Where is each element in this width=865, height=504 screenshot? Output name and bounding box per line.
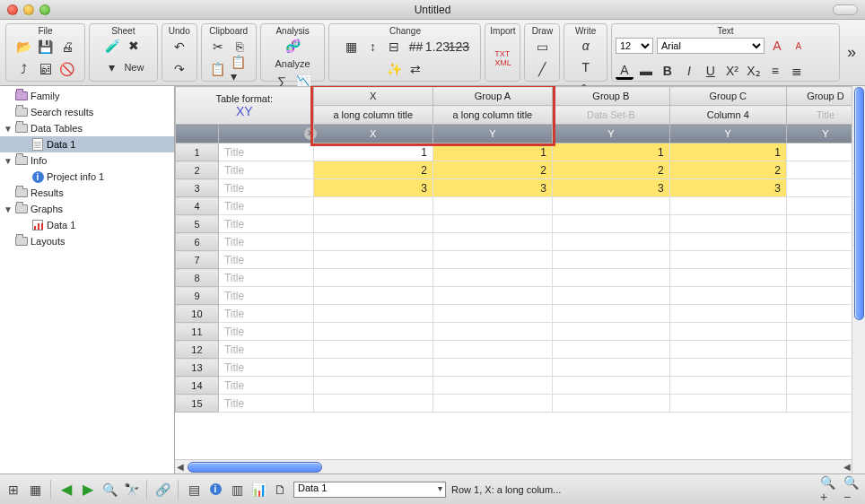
font-bigger-icon[interactable]: A xyxy=(768,37,786,55)
column-group-header[interactable]: Group C xyxy=(669,87,786,106)
subscript-icon[interactable]: X₂ xyxy=(745,62,763,80)
data-cell[interactable] xyxy=(313,287,432,305)
prohibit-icon[interactable]: 🚫 xyxy=(58,60,76,78)
data-cell[interactable] xyxy=(313,395,432,413)
data-cell[interactable] xyxy=(313,359,432,377)
navigator-sidebar[interactable]: FamilySearch results▼Data TablesData 1▼I… xyxy=(0,86,175,474)
data-cell[interactable] xyxy=(553,233,670,251)
scroll-left2-icon[interactable]: ◀ xyxy=(843,462,851,472)
underline-icon[interactable]: U xyxy=(702,62,720,80)
data-cell[interactable] xyxy=(313,323,432,341)
data-cell[interactable] xyxy=(432,377,552,395)
column-group-header[interactable]: Group B xyxy=(553,87,670,106)
sidebar-item-layouts[interactable]: Layouts xyxy=(0,233,174,249)
column-title-header[interactable]: Data Set-B xyxy=(553,106,670,125)
hash-icon[interactable]: ## xyxy=(406,38,424,56)
draw-line-icon[interactable]: ╱ xyxy=(533,60,551,78)
data-cell[interactable] xyxy=(669,395,786,413)
fill-color-icon[interactable]: ▬ xyxy=(637,62,655,80)
row-title-cell[interactable]: Title xyxy=(218,161,313,179)
data-cell[interactable] xyxy=(669,305,786,323)
data-cell[interactable] xyxy=(669,197,786,215)
results-icon[interactable]: ▥ xyxy=(229,482,245,498)
nav-next-icon[interactable]: ▶ xyxy=(80,482,96,498)
sidebar-item-data-tables[interactable]: ▼Data Tables xyxy=(0,120,174,136)
alpha-icon[interactable]: α xyxy=(577,37,595,55)
print-icon[interactable]: 🖨 xyxy=(58,38,76,56)
undo-icon[interactable]: ↶ xyxy=(170,38,188,56)
data-cell[interactable]: 2 xyxy=(553,161,670,179)
data-cell[interactable] xyxy=(432,323,552,341)
row-number[interactable]: 11 xyxy=(176,323,219,341)
data-cell[interactable] xyxy=(553,287,670,305)
link-icon[interactable]: 🔗 xyxy=(154,482,170,498)
export-icon[interactable]: ⤴ xyxy=(15,60,33,78)
data-cell[interactable] xyxy=(553,323,670,341)
row-title-cell[interactable]: Title xyxy=(218,233,313,251)
layout-icon[interactable]: 🗋 xyxy=(272,482,288,498)
swap-icon[interactable]: ⇄ xyxy=(406,60,424,78)
data-cell[interactable] xyxy=(432,287,552,305)
data-cell[interactable]: 2 xyxy=(432,161,552,179)
disclosure-icon[interactable]: ▼ xyxy=(4,156,14,166)
analyze-button[interactable]: Analyze xyxy=(275,58,310,69)
data-cell[interactable] xyxy=(669,287,786,305)
italic-icon[interactable]: I xyxy=(680,62,698,80)
row-number[interactable]: 13 xyxy=(176,359,219,377)
scroll-left-icon[interactable]: ◀ xyxy=(177,462,184,472)
data-cell[interactable] xyxy=(553,341,670,359)
data-cell[interactable]: 2 xyxy=(669,161,786,179)
data-cell[interactable] xyxy=(553,359,670,377)
data-cell[interactable] xyxy=(669,233,786,251)
column-title-header[interactable]: a long column title xyxy=(432,106,552,125)
sidebar-item-results[interactable]: Results xyxy=(0,185,174,201)
scroll-thumb-v[interactable] xyxy=(854,87,864,320)
disclosure-icon[interactable]: ▼ xyxy=(4,204,14,214)
sidebar-item-project-info-1[interactable]: iProject info 1 xyxy=(0,169,174,185)
text-t-icon[interactable]: T xyxy=(577,58,595,76)
row-title-cell[interactable]: Title xyxy=(218,251,313,269)
column-group-header[interactable]: X xyxy=(313,87,432,106)
row-title-cell[interactable]: Title xyxy=(218,377,313,395)
ribbon-overflow-icon[interactable]: » xyxy=(842,43,861,62)
view-tiles-icon[interactable]: ▦ xyxy=(27,482,43,498)
row-title-cell[interactable]: Title xyxy=(218,143,313,161)
row-number[interactable]: 14 xyxy=(176,377,219,395)
data-cell[interactable] xyxy=(313,305,432,323)
sidebar-item-info[interactable]: ▼Info xyxy=(0,152,174,169)
data-cell[interactable]: 3 xyxy=(669,179,786,197)
zoom-in-icon[interactable]: 🔍+ xyxy=(820,482,836,498)
row-title-cell[interactable]: Title xyxy=(218,197,313,215)
data-cell[interactable]: 2 xyxy=(313,161,432,179)
data-cell[interactable] xyxy=(553,215,670,233)
data-cell[interactable] xyxy=(553,395,670,413)
binoculars-icon[interactable]: 🔭 xyxy=(123,482,139,498)
data-cell[interactable]: 3 xyxy=(553,179,670,197)
row-number[interactable]: 2 xyxy=(176,161,219,179)
row-title-cell[interactable]: Title xyxy=(218,215,313,233)
font-smaller-icon[interactable]: A xyxy=(790,37,808,55)
data-cell[interactable]: 3 xyxy=(313,179,432,197)
paste-icon[interactable]: 📋 xyxy=(209,60,227,78)
remove-col-icon[interactable]: ⊟ xyxy=(385,38,403,56)
data-cell[interactable] xyxy=(669,359,786,377)
column-title-header[interactable]: a long column title xyxy=(313,106,432,125)
row-title-cell[interactable]: Title xyxy=(218,305,313,323)
data-cell[interactable] xyxy=(669,341,786,359)
paste-special-icon[interactable]: 📋▾ xyxy=(231,60,249,78)
preview-icon[interactable]: 🗟 xyxy=(37,60,55,78)
graph-status-icon[interactable]: 📊 xyxy=(250,482,266,498)
sort-icon[interactable]: ↕ xyxy=(363,38,381,56)
data-cell[interactable] xyxy=(553,269,670,287)
zoom-out-icon[interactable]: 🔍− xyxy=(843,482,860,498)
row-number[interactable]: 10 xyxy=(176,305,219,323)
data-cell[interactable] xyxy=(553,305,670,323)
column-group-header[interactable]: Group A xyxy=(432,87,552,106)
data-cell[interactable] xyxy=(553,377,670,395)
info-status-icon[interactable]: i xyxy=(207,482,223,498)
row-number[interactable]: 1 xyxy=(176,143,219,161)
superscript-icon[interactable]: X² xyxy=(723,62,741,80)
data-cell[interactable] xyxy=(313,377,432,395)
row-number[interactable]: 7 xyxy=(176,251,219,269)
row-number[interactable]: 6 xyxy=(176,233,219,251)
